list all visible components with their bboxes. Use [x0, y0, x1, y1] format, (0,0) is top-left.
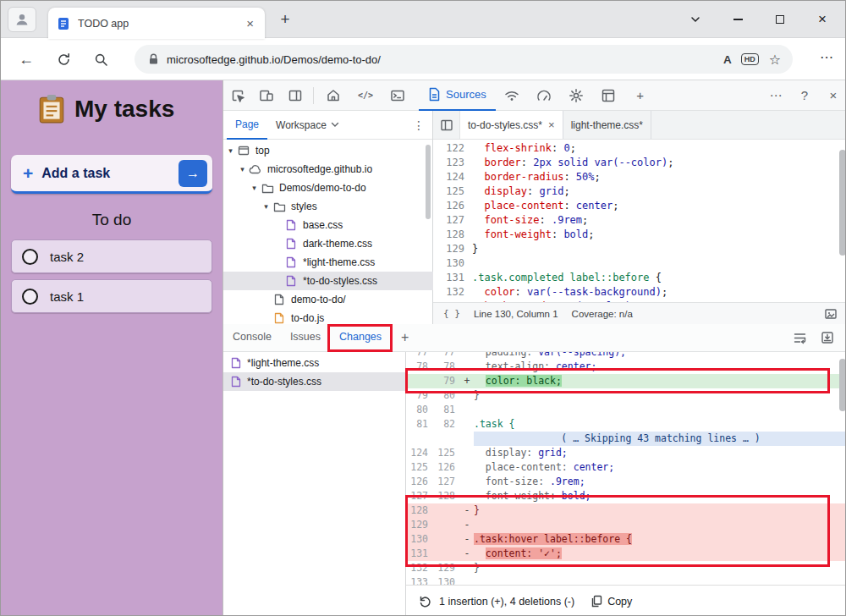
browser-tab[interactable]: TODO app × — [48, 8, 265, 39]
drawer-tab-console[interactable]: Console — [223, 324, 281, 351]
welcome-home-icon[interactable] — [317, 81, 349, 110]
code-text: flex-shrink: 0; — [472, 141, 576, 156]
tree-row[interactable]: *to-do-styles.css — [223, 272, 433, 290]
changes-file-row[interactable]: *to-do-styles.css — [223, 372, 405, 391]
code-token — [472, 228, 484, 240]
device-emulation-icon[interactable] — [252, 81, 281, 110]
tree-expand-icon[interactable]: ▾ — [237, 165, 248, 173]
minimize-button[interactable] — [718, 1, 757, 38]
code-token: : — [521, 157, 533, 168]
help-icon[interactable]: ? — [790, 81, 819, 110]
tab-title: TODO app — [78, 18, 244, 30]
add-task-button[interactable]: + Add a task → — [11, 155, 212, 194]
tab-page[interactable]: Page — [227, 111, 267, 140]
elements-code-icon[interactable]: </> — [349, 81, 382, 110]
editor-scrollbar[interactable] — [839, 150, 846, 256]
tree-row[interactable]: dark-theme.css — [223, 234, 433, 253]
refresh-button[interactable] — [53, 49, 74, 69]
line-number: 125 — [433, 184, 472, 199]
tree-expand-icon[interactable]: ▾ — [225, 146, 236, 155]
code-token: ; — [662, 286, 667, 298]
more-tabs-icon[interactable]: + — [391, 330, 419, 345]
code-token: ; — [613, 200, 618, 212]
search-icon[interactable] — [91, 49, 111, 69]
new-tab-button[interactable]: + — [275, 9, 295, 30]
inspect-element-icon[interactable] — [223, 81, 252, 110]
settings-gear-icon[interactable] — [560, 81, 592, 110]
diff-row: 129- — [406, 518, 846, 532]
editor-tab[interactable]: to-do-styles.css*× — [460, 111, 563, 139]
navigator-scrollbar[interactable] — [426, 145, 431, 219]
tab-workspace[interactable]: Workspace — [267, 111, 348, 140]
drawer-tab-changes[interactable]: Changes — [330, 324, 391, 351]
back-button[interactable]: ← — [16, 49, 36, 69]
code-token: var(--task-background) — [527, 286, 662, 298]
hd-badge[interactable]: HD — [741, 53, 759, 65]
drawer-tabs-list: ConsoleIssuesChanges — [223, 324, 391, 351]
tab-actions-chevron-icon[interactable] — [676, 1, 715, 38]
copy-button[interactable]: Copy — [591, 595, 632, 608]
diff-code — [474, 518, 846, 532]
tree-row[interactable]: demo-to-do/ — [223, 290, 433, 309]
code-token: border-radius — [484, 171, 563, 183]
wrap-lines-icon[interactable] — [793, 332, 807, 344]
maximize-button[interactable] — [761, 1, 799, 38]
profile-button[interactable] — [8, 7, 36, 32]
code-editor[interactable]: 122 flex-shrink: 0;123 border: 2px solid… — [433, 140, 846, 302]
changes-file-row[interactable]: *light-theme.css — [223, 354, 405, 372]
tree-row[interactable]: ▾Demos/demo-to-do — [223, 179, 433, 197]
tree-row[interactable]: base.css — [223, 216, 433, 234]
console-panel-icon[interactable] — [382, 81, 414, 110]
diff-marker — [460, 417, 474, 432]
favorite-star-icon[interactable]: ☆ — [769, 52, 781, 68]
diff-marker — [460, 388, 474, 403]
diff-row: 127128 font-weight: bold; — [406, 489, 846, 503]
close-tab-icon[interactable]: × — [244, 16, 256, 30]
diff-scrollbar[interactable] — [839, 359, 846, 411]
skip-banner: ( … Skipping 43 matching lines … ) — [474, 432, 846, 446]
revert-icon[interactable] — [418, 595, 431, 608]
url-text[interactable]: microsoftedge.github.io/Demos/demo-to-do… — [167, 53, 714, 66]
site-info-lock-icon[interactable] — [148, 53, 159, 65]
tree-row[interactable]: ▾top — [223, 141, 433, 160]
submit-arrow-button[interactable]: → — [179, 160, 207, 187]
browser-titlebar: TODO app × + × — [1, 1, 846, 38]
task-checkbox[interactable] — [22, 249, 38, 265]
network-icon[interactable] — [496, 81, 528, 110]
read-aloud-icon[interactable]: A — [723, 53, 732, 66]
address-bar[interactable]: microsoftedge.github.io/Demos/demo-to-do… — [135, 45, 793, 74]
diff-row: 8182.task { — [406, 417, 846, 432]
tree-expand-icon[interactable]: ▾ — [249, 184, 260, 192]
close-devtools-icon[interactable]: × — [819, 81, 846, 110]
person-icon — [14, 12, 30, 27]
tree-row[interactable]: ▾styles — [223, 197, 433, 216]
tree-row[interactable]: to-do.js — [223, 309, 433, 324]
close-tab-icon[interactable]: × — [548, 118, 555, 131]
code-line: 127 font-size: .9rem; — [433, 213, 846, 228]
dock-side-icon[interactable] — [281, 81, 310, 110]
code-token: center — [576, 200, 613, 212]
tree-row[interactable]: ▾microsoftedge.github.io — [223, 160, 433, 179]
task-checkbox[interactable] — [22, 289, 38, 305]
show-navigator-icon[interactable] — [433, 111, 460, 139]
image-icon[interactable] — [824, 307, 838, 321]
more-options-icon[interactable]: ⋯ — [761, 81, 790, 110]
browser-menu-icon[interactable]: ⋯ — [820, 49, 833, 65]
editor-tab[interactable]: light-theme.css* — [563, 111, 651, 139]
add-panel-icon[interactable]: + — [624, 81, 656, 110]
performance-icon[interactable] — [528, 81, 560, 110]
new-line-number: 125 — [433, 446, 460, 460]
tab-sources[interactable]: Sources — [419, 80, 496, 111]
maximize-icon — [776, 15, 784, 24]
task-row[interactable]: task 1 — [11, 279, 212, 313]
tree-row[interactable]: *light-theme.css — [223, 253, 433, 272]
dock-drawer-icon[interactable] — [821, 331, 834, 344]
navigator-more-icon[interactable]: ⋮ — [405, 118, 432, 132]
task-row[interactable]: task 2 — [11, 239, 212, 273]
tree-expand-icon[interactable]: ▾ — [261, 202, 272, 211]
application-icon[interactable] — [592, 81, 624, 110]
close-window-button[interactable]: × — [803, 1, 842, 38]
cloud-icon — [248, 165, 263, 174]
pretty-print-icon[interactable]: { } — [443, 308, 460, 319]
drawer-tab-issues[interactable]: Issues — [281, 324, 330, 351]
